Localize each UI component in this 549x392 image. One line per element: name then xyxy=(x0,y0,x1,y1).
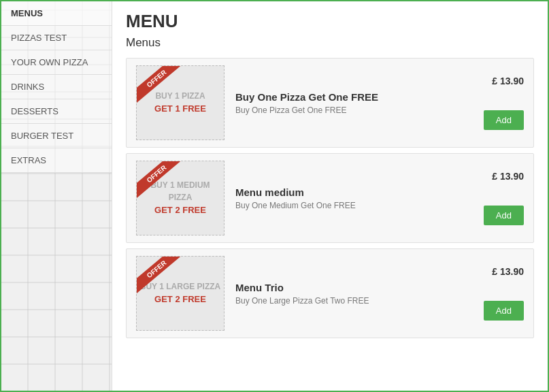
menu-item-description: Buy One Pizza Get One FREE xyxy=(235,105,469,115)
sidebar-item-burger-test[interactable]: BURGER TEST xyxy=(1,124,112,148)
menu-item-right: £ 13.90Add xyxy=(469,76,524,130)
menu-item-price: £ 13.90 xyxy=(492,171,524,182)
menu-item-price: £ 13.90 xyxy=(492,266,524,277)
main-content: MENU Menus OFFERBUY 1 PIZZAGET 1 FREEBuy… xyxy=(112,1,548,391)
add-to-cart-button[interactable]: Add xyxy=(484,301,524,321)
menu-item-name: Menu Trio xyxy=(235,282,469,293)
add-to-cart-button[interactable]: Add xyxy=(484,206,524,225)
sidebar-item-menus[interactable]: MENUS xyxy=(1,1,112,26)
menu-item-description: Buy One Medium Get One FREE xyxy=(235,201,469,210)
image-text: BUY 1 LARGE PIZZAGET 2 FREE xyxy=(137,278,223,309)
page-title: MENU xyxy=(126,11,534,32)
menu-item-details: Menu TrioBuy One Large Pizza Get Two FRE… xyxy=(235,282,469,306)
menu-item-description: Buy One Large Pizza Get Two FREE xyxy=(235,296,469,306)
image-text: BUY 1 PIZZAGET 1 FREE xyxy=(152,87,209,118)
sidebar: MENUSPIZZAS TESTYOUR OWN PIZZADRINKSDESS… xyxy=(1,1,112,391)
menu-item-price: £ 13.90 xyxy=(492,76,524,86)
menu-item-name: Menu medium xyxy=(235,186,469,198)
menu-item: OFFERBUY 1 LARGE PIZZAGET 2 FREEMenu Tri… xyxy=(126,248,534,338)
menu-item-right: £ 13.90Add xyxy=(469,171,524,225)
sidebar-item-drinks[interactable]: DRINKS xyxy=(1,75,112,99)
menu-item: OFFERBUY 1 PIZZAGET 1 FREEBuy One Pizza … xyxy=(126,58,534,148)
menu-item-name: Buy One Pizza Get One FREE xyxy=(235,91,469,103)
menu-item: OFFERBUY 1 MEDIUM PIZZAGET 2 FREEMenu me… xyxy=(126,153,534,243)
section-title: Menus xyxy=(126,36,534,50)
sidebar-item-pizzas-test[interactable]: PIZZAS TEST xyxy=(1,26,112,50)
sidebar-item-your-own-pizza[interactable]: YOUR OWN PIZZA xyxy=(1,50,112,75)
menu-item-image: OFFERBUY 1 LARGE PIZZAGET 2 FREE xyxy=(136,256,224,331)
menu-item-image: OFFERBUY 1 PIZZAGET 1 FREE xyxy=(136,65,224,140)
sidebar-item-desserts[interactable]: DESSERTS xyxy=(1,99,112,124)
sidebar-item-extras[interactable]: EXTRAS xyxy=(1,148,112,173)
menu-item-details: Menu mediumBuy One Medium Get One FREE xyxy=(235,186,469,210)
menu-item-details: Buy One Pizza Get One FREEBuy One Pizza … xyxy=(235,91,469,115)
menu-items-list: OFFERBUY 1 PIZZAGET 1 FREEBuy One Pizza … xyxy=(126,58,534,338)
app-layout: MENUSPIZZAS TESTYOUR OWN PIZZADRINKSDESS… xyxy=(1,1,548,391)
add-to-cart-button[interactable]: Add xyxy=(484,110,524,130)
menu-item-image: OFFERBUY 1 MEDIUM PIZZAGET 2 FREE xyxy=(136,161,224,235)
menu-item-right: £ 13.90Add xyxy=(469,266,524,321)
